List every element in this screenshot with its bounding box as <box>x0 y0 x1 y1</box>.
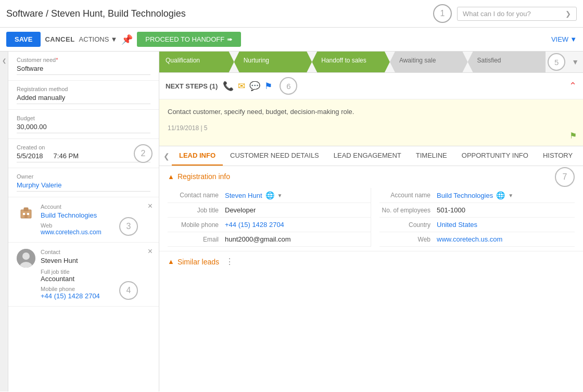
svg-rect-1 <box>24 208 28 211</box>
svg-point-6 <box>22 252 30 260</box>
page-title: Software / Steven Hunt, Build Technologi… <box>6 8 433 19</box>
similar-leads-collapse-icon[interactable]: ▲ <box>168 258 174 265</box>
owner-value[interactable]: Murphy Valerie <box>17 181 150 192</box>
contact-close-btn[interactable]: × <box>148 247 153 256</box>
progress-bar: Qualification Nurturing Handoff to sales… <box>159 52 583 73</box>
similar-leads-more-icon[interactable]: ⋮ <box>225 257 234 267</box>
svg-rect-2 <box>23 213 25 215</box>
registration-info-section: ▲ Registration info 7 Contact name Steve… <box>159 166 583 251</box>
similar-leads-section: ▲ Similar leads ⋮ <box>159 251 583 272</box>
handoff-button[interactable]: PROCEED TO HANDOFF ➠ <box>137 32 241 47</box>
tab-lead-engagement[interactable]: LEAD ENGAGEMENT <box>326 146 409 166</box>
note-meta: 11/19/2018 | 5 <box>168 124 575 132</box>
similar-leads-title: Similar leads <box>178 258 219 266</box>
registration-method-value: Added manually <box>17 94 150 104</box>
tab-next-btn[interactable]: ❯ <box>580 147 583 166</box>
section-collapse-icon[interactable]: ▲ <box>168 173 174 181</box>
contact-name[interactable]: Steven Hunt <box>41 257 150 264</box>
next-steps-label: NEXT STEPS (1) <box>166 82 218 90</box>
globe-icon-contact[interactable]: 🌐 <box>265 191 274 199</box>
tabs-bar: ❮ LEAD INFO CUSTOMER NEED DETAILS LEAD E… <box>159 146 583 166</box>
badge-6: 6 <box>280 77 297 95</box>
customer-need-label: Customer need* <box>17 57 150 63</box>
left-panel-toggle[interactable]: ❮ <box>0 52 8 391</box>
account-name-field: Account name Build Technologies 🌐 ▼ <box>379 188 575 203</box>
globe-icon-account[interactable]: 🌐 <box>496 191 505 199</box>
progress-step-awaiting[interactable]: Awaiting sale <box>390 52 468 72</box>
progress-step-satisfied[interactable]: Satisfied <box>468 52 546 72</box>
cancel-button[interactable]: CANCEL <box>45 35 74 43</box>
save-button[interactable]: SAVE <box>6 32 41 47</box>
job-title-value: Developer <box>225 206 256 214</box>
customer-need-field: Customer need* Software <box>8 52 159 81</box>
chat-step-icon[interactable]: 💬 <box>249 81 260 92</box>
right-panel: Qualification Nurturing Handoff to sales… <box>159 52 583 391</box>
created-on-label: Created on <box>17 144 150 150</box>
badge-2: 2 <box>134 144 153 163</box>
tab-customer-need[interactable]: CUSTOMER NEED DETAILS <box>223 146 326 166</box>
badge-5: 5 <box>548 53 565 71</box>
tab-lead-info[interactable]: LEAD INFO <box>172 146 223 166</box>
phone-step-icon[interactable]: 📞 <box>223 81 234 92</box>
web-value[interactable]: www.coretech.us.com <box>437 235 502 243</box>
progress-step-nurturing[interactable]: Nurturing <box>234 52 312 72</box>
view-button[interactable]: VIEW ▼ <box>551 35 577 43</box>
email-step-icon[interactable]: ✉ <box>238 81 245 92</box>
progress-step-handoff[interactable]: Handoff to sales <box>312 52 390 72</box>
chevron-down-icon: ▼ <box>110 35 117 43</box>
flag-step-icon[interactable]: ⚑ <box>264 81 272 92</box>
badge-1: 1 <box>433 4 452 23</box>
contact-job-label: Full job title <box>41 269 150 275</box>
account-name[interactable]: Build Technologies <box>41 211 150 219</box>
mobile-phone-value[interactable]: +44 (15) 1428 2704 <box>225 221 284 229</box>
mobile-phone-field: Mobile phone +44 (15) 1428 2704 <box>168 218 371 232</box>
created-on-field: Created on 5/5/2018 7:46 PM 2 <box>8 139 159 168</box>
email-value: hunt2000@gmail.com <box>225 235 291 243</box>
email-label: Email <box>168 236 225 243</box>
tab-prev-btn[interactable]: ❮ <box>161 147 172 166</box>
employees-label: No. of employees <box>379 207 437 214</box>
account-card: Account Build Technologies Web www.coret… <box>8 197 159 243</box>
created-time: 7:46 PM <box>54 152 79 160</box>
badge-3: 3 <box>119 217 138 236</box>
contact-job: Accountant <box>41 275 150 283</box>
registration-info-title: Registration info <box>178 172 230 181</box>
contact-name-value[interactable]: Steven Hunt <box>225 192 262 199</box>
search-chevron-icon: ❯ <box>565 10 571 18</box>
customer-need-value: Software <box>17 65 150 75</box>
section-header: ▲ Registration info <box>168 172 575 181</box>
country-label: Country <box>379 221 437 229</box>
tab-timeline[interactable]: TIMELINE <box>409 146 454 166</box>
budget-value: 30,000.00 <box>17 123 150 133</box>
dropdown-icon-contact[interactable]: ▼ <box>277 193 283 198</box>
tab-opportunity-info[interactable]: OPPORTUNITY INFO <box>454 146 536 166</box>
owner-label: Owner <box>17 173 150 180</box>
email-field: Email hunt2000@gmail.com <box>168 232 371 247</box>
account-close-btn[interactable]: × <box>148 201 153 211</box>
account-name-value[interactable]: Build Technologies <box>437 192 493 199</box>
left-panel: Customer need* Software Registration met… <box>8 52 159 391</box>
note-text: Contact customer, specify need, budget, … <box>168 107 575 117</box>
note-area: Contact customer, specify need, budget, … <box>159 99 583 146</box>
account-card-label: Account <box>41 204 150 210</box>
svg-rect-3 <box>27 213 29 215</box>
pin-icon[interactable]: 📌 <box>121 34 133 45</box>
contact-name-label: Contact name <box>168 192 225 199</box>
contact-avatar <box>17 249 35 268</box>
country-value[interactable]: United States <box>437 221 477 229</box>
web-field: Web www.coretech.us.com <box>379 232 575 247</box>
created-date: 5/5/2018 <box>17 152 43 160</box>
employees-value: 501-1000 <box>437 206 465 214</box>
collapse-btn[interactable]: ⌃ <box>569 80 577 92</box>
tab-history[interactable]: HISTORY <box>536 146 580 166</box>
search-box[interactable]: What can I do for you? ❯ <box>457 7 577 21</box>
progress-more-btn[interactable]: ▼ <box>567 52 583 72</box>
owner-field: Owner Murphy Valerie <box>8 168 159 197</box>
account-icon <box>17 204 35 222</box>
progress-step-qualification[interactable]: Qualification <box>159 52 234 72</box>
actions-button[interactable]: ACTIONS ▼ <box>79 35 118 43</box>
registration-method-field: Registration method Added manually <box>8 81 159 110</box>
flag-icon[interactable]: ⚑ <box>569 131 577 141</box>
dropdown-icon-account[interactable]: ▼ <box>508 193 513 198</box>
budget-label: Budget <box>17 115 150 121</box>
